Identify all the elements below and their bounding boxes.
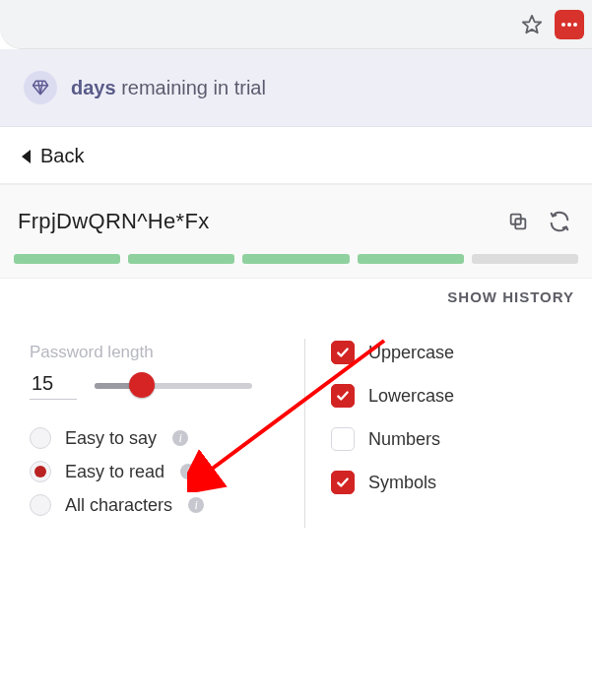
regenerate-button[interactable]: [545, 207, 574, 236]
checkbox-indicator: [331, 341, 355, 364]
trial-days-word: days: [71, 77, 116, 98]
check-lowercase[interactable]: Lowercase: [331, 384, 592, 408]
checkbox-label: Symbols: [368, 473, 436, 493]
password-length-label: Password length: [30, 343, 281, 362]
strength-segment: [472, 254, 578, 264]
radio-label: All characters: [65, 495, 172, 516]
copy-button[interactable]: [503, 207, 533, 236]
strength-segment: [14, 254, 120, 264]
password-strength-meter: [0, 254, 592, 278]
options-right-column: Uppercase Lowercase Numbers Symbols: [305, 339, 592, 528]
checkbox-indicator: [331, 384, 355, 408]
options-left-column: Password length Easy to say i Easy to re…: [30, 339, 305, 528]
checkbox-label: Uppercase: [368, 343, 454, 363]
extension-icon[interactable]: [555, 10, 584, 39]
password-block: FrpjDwQRN^He*Fx: [0, 184, 592, 279]
radio-label: Easy to read: [65, 462, 164, 482]
trial-rest: remaining in trial: [121, 77, 266, 98]
back-button[interactable]: Back: [0, 127, 592, 184]
info-icon[interactable]: i: [188, 497, 204, 513]
checkbox-indicator: [331, 471, 355, 494]
password-length-input[interactable]: [30, 370, 77, 400]
browser-address-bar: [0, 0, 592, 49]
strength-segment: [242, 254, 349, 264]
checkbox-label: Numbers: [368, 429, 440, 450]
password-length-slider[interactable]: [95, 375, 252, 395]
back-label: Back: [40, 145, 84, 167]
back-caret-icon: [22, 150, 31, 163]
info-icon[interactable]: i: [180, 464, 196, 479]
svg-marker-0: [523, 15, 541, 32]
radio-label: Easy to say: [65, 428, 157, 449]
radio-indicator: [30, 461, 51, 482]
options-panel: Password length Easy to say i Easy to re…: [0, 339, 592, 528]
radio-indicator: [30, 494, 51, 516]
generated-password[interactable]: FrpjDwQRN^He*Fx: [18, 209, 492, 234]
check-uppercase[interactable]: Uppercase: [331, 341, 592, 364]
bookmark-star-icon[interactable]: [521, 14, 543, 35]
trial-text: days remaining in trial: [71, 77, 266, 99]
diamond-icon: [24, 71, 57, 104]
strength-segment: [358, 254, 464, 264]
check-symbols[interactable]: Symbols: [331, 471, 592, 494]
strength-segment: [128, 254, 234, 264]
radio-easy-to-read[interactable]: Easy to read i: [30, 461, 281, 482]
check-numbers[interactable]: Numbers: [331, 427, 592, 451]
slider-thumb[interactable]: [129, 372, 155, 398]
trial-banner: days remaining in trial: [0, 49, 592, 127]
radio-easy-to-say[interactable]: Easy to say i: [30, 427, 281, 449]
checkbox-label: Lowercase: [368, 386, 454, 407]
radio-all-characters[interactable]: All characters i: [30, 494, 281, 516]
show-history-button[interactable]: SHOW HISTORY: [0, 279, 592, 335]
info-icon[interactable]: i: [172, 430, 188, 446]
radio-indicator: [30, 427, 51, 449]
checkbox-indicator: [331, 427, 355, 451]
